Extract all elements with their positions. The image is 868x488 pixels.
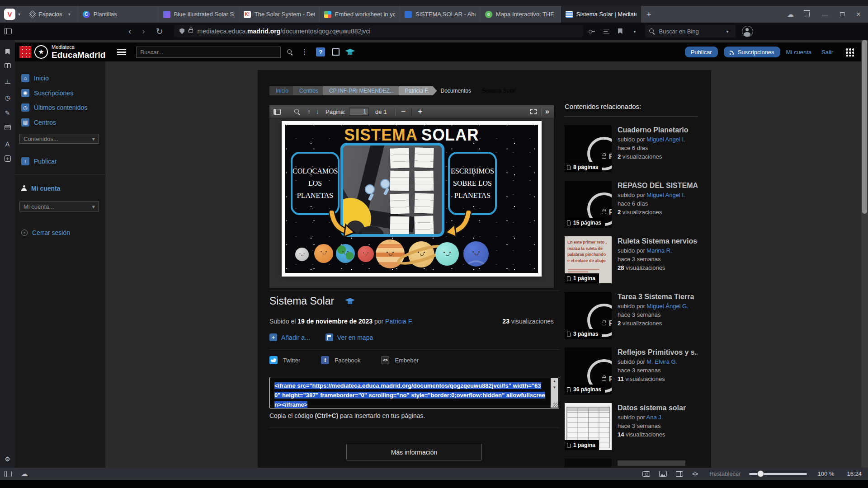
contents-select[interactable]: Contenidos...▾ <box>19 134 99 144</box>
related-title[interactable]: Reflejos Primitivos y s... <box>618 348 698 357</box>
pdf-sidebar-toggle-icon[interactable] <box>274 109 281 115</box>
reading-list-panel-icon[interactable] <box>0 63 15 68</box>
checkbox-frame-icon[interactable] <box>332 48 340 56</box>
related-item[interactable]: P 15 páginas REPASO DEL SISTEMA... subid… <box>565 181 698 228</box>
related-title[interactable]: Ruleta Sistema nervioso <box>618 237 698 245</box>
chevron-down-icon[interactable]: ▾ <box>726 29 729 34</box>
facebook-label[interactable]: Facebook <box>335 357 360 364</box>
related-thumbnail[interactable]: P 3 páginas <box>565 292 612 339</box>
browser-tab[interactable]: K! The Solar System - Detalles <box>239 6 319 23</box>
translate-panel-icon[interactable]: A <box>0 141 15 148</box>
author-link[interactable]: Miguel Ángel G. <box>646 303 689 310</box>
breadcrumb-segment[interactable]: Centros <box>293 86 326 95</box>
zoom-slider-knob[interactable] <box>757 470 764 477</box>
author-link[interactable]: Miguel Angel I. <box>646 136 685 143</box>
author-link[interactable]: Ana J. <box>646 414 663 421</box>
related-thumbnail[interactable]: P 15 páginas <box>565 181 612 228</box>
sidebar-account-header[interactable]: Mi cuenta <box>21 185 61 192</box>
browser-tab[interactable]: Sistema Solar | Mediateca d <box>561 6 641 23</box>
madrid-flag-logo[interactable] <box>19 46 31 58</box>
help-icon[interactable]: ? <box>316 47 325 56</box>
related-item[interactable]: P 36 páginas Reflejos Primitivos y s... … <box>565 347 698 394</box>
author-link[interactable]: Marina R. <box>646 247 672 254</box>
back-button[interactable]: ‹ <box>128 26 131 36</box>
sidebar-nav-item[interactable]: ◉ Suscripciones <box>21 89 73 97</box>
browser-tab[interactable]: e Mapa Interactivo: THE SOLA <box>480 6 561 23</box>
new-tab-button[interactable]: + <box>646 9 651 19</box>
pdf-zoom-out-icon[interactable]: − <box>399 107 407 116</box>
view-on-map-button[interactable]: Ver en mapa <box>326 333 373 341</box>
add-to-button[interactable]: + Añadir a... <box>269 333 310 341</box>
pdf-presentation-icon[interactable] <box>530 109 537 114</box>
browser-tab[interactable]: SISTEMA SOLAR - Ahorcado <box>400 6 480 23</box>
pdf-page-input[interactable] <box>349 108 369 116</box>
sidebar-publish[interactable]: ↑ Publicar <box>21 157 57 165</box>
pdf-more-tools-icon[interactable]: » <box>545 108 549 116</box>
breadcrumb-segment[interactable]: Sistema Solar <box>476 86 524 95</box>
sync-cloud-icon[interactable]: ☁ <box>21 469 28 478</box>
reader-view-icon[interactable] <box>604 29 609 33</box>
related-item[interactable]: P 3 páginas Tarea 3 Sistema Tierra subid… <box>565 292 698 339</box>
scrollbar-thumb[interactable] <box>862 40 867 214</box>
twitter-icon[interactable] <box>269 356 278 364</box>
capture-page-icon[interactable] <box>642 471 650 477</box>
breadcrumb-segment[interactable]: Patricia F. <box>399 86 437 95</box>
breadcrumb-segment[interactable]: Documentos <box>434 86 479 95</box>
zoom-reset-label[interactable]: Restablecer <box>709 470 741 477</box>
site-brand[interactable]: Mediateca EducaMadrid <box>52 45 105 59</box>
search-icon[interactable] <box>287 49 293 55</box>
bookmarks-panel-icon[interactable] <box>0 49 15 55</box>
password-key-icon[interactable] <box>589 30 595 33</box>
my-account-link[interactable]: Mi cuenta <box>786 49 811 56</box>
panel-toggle-icon[interactable] <box>4 471 12 477</box>
sidebar-nav-item[interactable]: ▤ Centros <box>21 118 56 127</box>
breadcrumb-segment[interactable]: CP INF-PRI MENENDEZ... <box>323 86 402 95</box>
more-info-button[interactable]: Más información <box>346 444 482 460</box>
author-link[interactable]: M. Elvira G. <box>646 358 677 365</box>
subscriptions-button[interactable]: Suscripciones <box>724 47 780 57</box>
closed-tabs-trash-icon[interactable] <box>805 12 810 17</box>
resize-grip[interactable] <box>553 403 558 407</box>
facebook-icon[interactable]: f <box>321 356 329 364</box>
tiling-icon[interactable] <box>676 471 683 477</box>
twitter-label[interactable]: Twitter <box>283 357 300 364</box>
author-link[interactable]: Miguel Angel I. <box>646 192 685 198</box>
page-scrollbar[interactable] <box>861 40 868 468</box>
related-title[interactable]: Datos sistema solar <box>618 404 686 412</box>
related-thumbnail[interactable]: P 36 páginas <box>565 347 612 394</box>
reload-button[interactable]: ↻ <box>156 26 163 37</box>
related-title[interactable]: Cuaderno Planetario <box>618 126 688 134</box>
browser-tab[interactable]: Blue Illustrated Solar System <box>158 6 239 23</box>
graduation-cap-icon[interactable] <box>345 49 355 55</box>
sidebar-nav-item[interactable]: ⌂ Inicio <box>21 74 49 82</box>
site-search-input[interactable] <box>136 47 281 58</box>
browser-tab[interactable]: C Plantillas <box>78 6 158 23</box>
embed-icon[interactable]: <> <box>381 356 389 364</box>
forward-button[interactable]: › <box>142 26 145 36</box>
notes-panel-icon[interactable]: ✎ <box>0 109 15 117</box>
pdf-zoom-in-icon[interactable]: + <box>416 107 424 116</box>
page-actions-image-icon[interactable] <box>659 471 667 477</box>
related-item[interactable]: En este primer reto , realiza la ruleta … <box>565 236 698 283</box>
uploader-link[interactable]: Patricia F. <box>385 318 413 325</box>
profile-avatar[interactable] <box>742 26 753 37</box>
pdf-next-page-icon[interactable]: ↓ <box>316 108 319 115</box>
panel-toggle-icon[interactable] <box>4 28 12 34</box>
downloads-panel-icon[interactable]: ↓ <box>0 78 15 84</box>
chevron-down-icon[interactable]: ▾ <box>634 29 636 34</box>
related-item[interactable]: P 8 páginas Cuaderno Planetario subido p… <box>565 125 698 172</box>
apps-grid-icon[interactable] <box>845 47 854 56</box>
kebab-menu-icon[interactable]: ⋮ <box>301 48 308 56</box>
window-restore-button[interactable] <box>840 12 844 16</box>
page-source-icon[interactable]: <> <box>692 471 698 477</box>
settings-gear-icon[interactable]: ⚙ <box>0 455 15 463</box>
lock-icon[interactable] <box>189 29 193 33</box>
chevron-down-icon[interactable]: ▾ <box>18 12 20 17</box>
logout-link[interactable]: Salir <box>821 49 833 56</box>
related-thumbnail[interactable]: P 8 páginas <box>565 125 612 172</box>
sync-cloud-icon[interactable]: ☁ <box>787 10 794 19</box>
bookmark-icon[interactable] <box>618 28 623 34</box>
workspaces-button[interactable]: Espacios ▾ <box>29 11 73 18</box>
related-title[interactable]: REPASO DEL SISTEMA... <box>618 182 698 190</box>
account-select[interactable]: Mi cuenta...▾ <box>19 202 99 211</box>
